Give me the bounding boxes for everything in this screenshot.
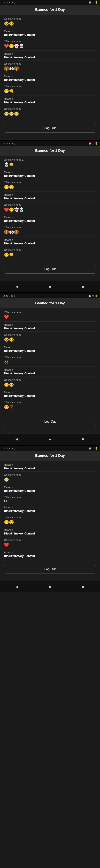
status-time: 12:23 xyxy=(2,447,8,450)
page: Banned for 1 DayOffensive Item 63💀👊Reaso… xyxy=(0,146,100,281)
logout-button[interactable]: Log Out xyxy=(4,417,96,426)
status-time: 12:23 xyxy=(2,142,8,145)
divider xyxy=(4,237,96,237)
status-alarm-icon: ⏰ xyxy=(88,142,91,145)
status-bar: 12:23 ∞ ⊙ ◎ ⏰ ◎ 🔋 xyxy=(0,0,100,5)
item-label: Offensive Item xyxy=(4,538,96,541)
item-value: ❤️ xyxy=(4,542,96,548)
recent-button[interactable]: ■ xyxy=(80,583,87,591)
status-location-icon: ◎ xyxy=(92,1,94,4)
status-left: 12:23 ∞ ⊙ ◎ xyxy=(2,142,15,145)
item-value: ❤️😶👻💀 xyxy=(4,207,96,212)
item-label: Offensive Item xyxy=(4,62,96,65)
item-label: Offensive Item xyxy=(4,378,96,381)
screen-screen2: 12:23 ∞ ⊙ ◎ ⏰ ◎ 🔋 Banned for 1 DayOffens… xyxy=(0,141,100,292)
back-button[interactable]: ◄ xyxy=(13,283,20,291)
status-time: 12:23 xyxy=(2,295,8,297)
item-block: Offensive Item🎁👀🎁 xyxy=(4,62,96,73)
status-location-icon: ◎ xyxy=(92,447,94,450)
home-button[interactable]: ● xyxy=(46,583,54,591)
divider xyxy=(4,321,96,322)
item-block: Offensive Item😒😏 xyxy=(4,17,96,28)
status-bar: 12:23 ∞ ⊙ ◎ ⏰ ◎ 🔋 xyxy=(0,446,100,451)
screen-screen3: 12:23 ∞ ⊙ ◎ ⏰ ◎ 🔋 Banned for 1 DayOffens… xyxy=(0,293,100,445)
status-location-icon: ◎ xyxy=(92,295,94,297)
divider xyxy=(4,169,96,169)
nav-bar: ◄●■ xyxy=(0,581,100,592)
item-value: Discriminatory Content xyxy=(4,467,96,470)
back-button[interactable]: ◄ xyxy=(13,435,20,443)
item-label: Offensive Item xyxy=(4,204,96,207)
logout-button[interactable]: Log Out xyxy=(4,265,96,274)
item-value: 😒😏 xyxy=(4,184,96,190)
home-button[interactable]: ● xyxy=(46,283,54,291)
item-block: Offensive Itemak xyxy=(4,496,96,504)
status-left: 12:23 ∞ ⊙ ◎ xyxy=(2,447,15,450)
item-block: ReasonDiscriminatory Content xyxy=(4,30,96,38)
page: Banned for 1 DayOffensive Item❤️ReasonDi… xyxy=(0,298,100,433)
item-value: 😁😏 xyxy=(4,382,96,388)
divider xyxy=(4,105,96,106)
item-label: Offensive Item xyxy=(4,85,96,88)
item-label: Reason xyxy=(4,486,96,489)
item-value: 😂❓ xyxy=(4,404,96,410)
content-area: Offensive Item😒😏ReasonDiscriminatory Con… xyxy=(0,15,100,121)
status-extra-icon: ◎ xyxy=(14,447,15,450)
status-extra-icon: ◎ xyxy=(14,142,15,145)
divider xyxy=(4,247,96,247)
item-block: Offensive Item😒😏 xyxy=(4,333,96,344)
item-label: Reason xyxy=(4,216,96,219)
status-location-icon: ◎ xyxy=(92,142,94,145)
item-block: ReasonDiscriminatory Content xyxy=(4,528,96,537)
content-area: ReasonDiscriminatory ContentOffensive It… xyxy=(0,461,100,562)
status-left: 12:23 ∞ ⊙ ◎ xyxy=(2,295,15,297)
page-header: Banned for 1 Day xyxy=(0,146,100,156)
item-label: Reason xyxy=(4,52,96,55)
item-label: Reason xyxy=(4,528,96,531)
item-block: ReasonDiscriminatory Content xyxy=(4,551,96,558)
recent-button[interactable]: ■ xyxy=(80,435,87,443)
item-label: Reason xyxy=(4,30,96,33)
item-label: Offensive Item 63 xyxy=(4,158,96,161)
page-header: Banned for 1 Day xyxy=(0,298,100,308)
recent-button[interactable]: ■ xyxy=(80,283,87,291)
item-value: Discriminatory Content xyxy=(4,349,96,352)
item-value: 😁👊 xyxy=(4,88,96,94)
item-block: Offensive Item❤️ xyxy=(4,538,96,549)
screen-screen4: 12:23 ∞ ⊙ ◎ ⏰ ◎ 🔋 Banned for 1 DayReason… xyxy=(0,446,100,592)
item-block: ReasonDiscriminatory Content xyxy=(4,171,96,179)
item-value: Discriminatory Content xyxy=(4,327,96,330)
status-right: ⏰ ◎ 🔋 xyxy=(88,447,98,450)
item-block: Offensive Item😁👊 xyxy=(4,85,96,96)
item-block: ReasonDiscriminatory Content xyxy=(4,75,96,83)
item-value: ❤️ xyxy=(4,314,96,320)
item-block: ReasonDiscriminatory Content xyxy=(4,193,96,202)
status-signal-icon: ∞ xyxy=(9,1,10,4)
item-block: ReasonDiscriminatory Content xyxy=(4,346,96,354)
item-block: ReasonDiscriminatory Content xyxy=(4,391,96,399)
item-label: Offensive Item xyxy=(4,516,96,519)
home-button[interactable]: ● xyxy=(46,435,54,443)
item-block: Offensive Item 63💀👊 xyxy=(4,158,96,169)
item-label: Reason xyxy=(4,391,96,394)
back-button[interactable]: ◄ xyxy=(13,583,20,591)
item-block: Offensive Item🎁👀🎁 xyxy=(4,226,96,237)
page-title: Banned for 1 Day xyxy=(4,454,96,458)
item-value: 😁 xyxy=(4,477,96,483)
item-value: ❤️😶👻💀 xyxy=(4,43,96,49)
item-value: Discriminatory Content xyxy=(4,219,96,222)
item-label: Reason xyxy=(4,368,96,371)
item-value: Discriminatory Content xyxy=(4,554,96,558)
item-value: Discriminatory Content xyxy=(4,489,96,492)
logout-button[interactable]: Log Out xyxy=(4,565,96,574)
page-header: Banned for 1 Day xyxy=(0,451,100,461)
divider xyxy=(4,527,96,527)
item-label: Reason xyxy=(4,463,96,466)
logout-button[interactable]: Log Out xyxy=(4,124,96,132)
item-block: ReasonDiscriminatory Content xyxy=(4,368,96,377)
status-battery-icon: 🔋 xyxy=(95,447,98,450)
content-area: Offensive Item❤️ReasonDiscriminatory Con… xyxy=(0,308,100,414)
item-label: Reason xyxy=(4,238,96,241)
item-value: Discriminatory Content xyxy=(4,56,96,59)
status-wifi-icon: ⊙ xyxy=(11,1,13,4)
